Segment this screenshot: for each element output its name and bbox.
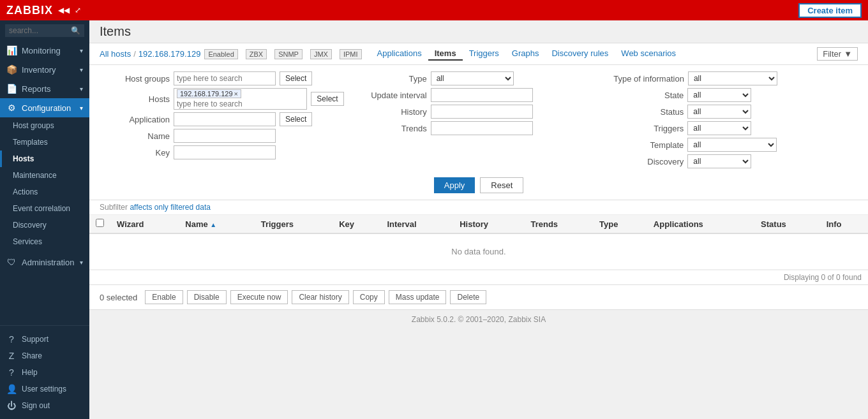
- tab-web-scenarios[interactable]: Web scenarios: [615, 47, 682, 61]
- hosts-select-button[interactable]: Select: [311, 92, 343, 106]
- sidebar-item-services[interactable]: Services: [0, 233, 89, 250]
- sidebar-item-administration[interactable]: 🛡 Administration ▾: [0, 253, 89, 272]
- hosts-input[interactable]: 192.168.179.129 ×: [174, 88, 307, 110]
- search-box: 🔍: [0, 20, 89, 41]
- key-input[interactable]: [174, 145, 276, 159]
- sidebar-user-settings[interactable]: 👤 User settings: [0, 381, 89, 397]
- sidebar-sign-out[interactable]: ⏻ Sign out: [0, 397, 89, 414]
- sidebar-support[interactable]: ? Support: [0, 331, 89, 348]
- tab-graphs[interactable]: Graphs: [505, 47, 546, 61]
- sidebar-item-configuration[interactable]: ⚙ Configuration ▾: [0, 98, 89, 117]
- hosts-filter-label: Hosts: [100, 94, 170, 104]
- col-wizard: Wizard: [110, 215, 179, 233]
- type-of-info-select[interactable]: all: [688, 71, 777, 85]
- update-interval-label: Update interval: [357, 91, 427, 100]
- collapse-icon[interactable]: ◀◀: [58, 6, 70, 15]
- col-applications: Applications: [647, 215, 754, 233]
- template-filter-label: Template: [613, 140, 684, 150]
- sidebar-item-reports-label: Reports: [22, 84, 51, 94]
- breadcrumb-sep: /: [133, 49, 136, 59]
- enable-button[interactable]: Enable: [145, 290, 183, 304]
- status-select[interactable]: all: [687, 105, 751, 119]
- copy-button[interactable]: Copy: [353, 290, 385, 304]
- sidebar-item-monitoring-label: Monitoring: [22, 46, 61, 55]
- update-interval-input[interactable]: [431, 88, 533, 102]
- subfilter-link[interactable]: affects only filtered data: [130, 203, 211, 212]
- sidebar-item-inventory[interactable]: 📦 Inventory ▾: [0, 60, 89, 79]
- host-groups-search[interactable]: [177, 74, 273, 83]
- page-title: Items: [100, 24, 131, 39]
- tab-items[interactable]: Items: [428, 47, 463, 61]
- name-input[interactable]: [174, 129, 276, 143]
- selected-count: 0 selected: [100, 293, 137, 302]
- page-content: Items All hosts / 192.168.179.129 Enable…: [89, 20, 868, 419]
- breadcrumb-host[interactable]: 192.168.179.129: [138, 49, 201, 59]
- state-select[interactable]: all: [687, 88, 751, 102]
- discovery-select[interactable]: all: [687, 154, 751, 168]
- delete-button[interactable]: Delete: [450, 290, 486, 304]
- col-name[interactable]: Name ▲: [179, 215, 254, 233]
- nav-section: 📊 Monitoring ▾ 📦 Inventory ▾ 📄 Reports ▾…: [0, 41, 89, 325]
- tab-triggers[interactable]: Triggers: [463, 47, 505, 61]
- execute-now-button[interactable]: Execute now: [230, 290, 288, 304]
- col-triggers: Triggers: [255, 215, 333, 233]
- hosts-search[interactable]: [177, 99, 273, 108]
- support-label: Support: [22, 335, 49, 344]
- sidebar-item-monitoring[interactable]: 📊 Monitoring ▾: [0, 41, 89, 60]
- subfilter-label: Subfilter: [100, 203, 128, 212]
- breadcrumb-all-hosts[interactable]: All hosts: [100, 49, 131, 59]
- top-bar: ZABBIX ◀◀ ⤢ Create item: [0, 0, 868, 20]
- host-tag: 192.168.179.129 ×: [177, 89, 241, 98]
- sidebar-item-event-correlation[interactable]: Event correlation: [0, 200, 89, 217]
- disable-button[interactable]: Disable: [187, 290, 227, 304]
- mass-update-button[interactable]: Mass update: [389, 290, 447, 304]
- templates-label: Templates: [13, 138, 48, 147]
- create-item-button[interactable]: Create item: [798, 3, 862, 18]
- sidebar-help[interactable]: ? Help: [0, 364, 89, 381]
- sidebar-item-actions[interactable]: Actions: [0, 184, 89, 200]
- share-icon: Z: [6, 351, 17, 361]
- trends-input[interactable]: [431, 121, 533, 135]
- user-settings-label: User settings: [22, 385, 66, 393]
- filter-row-template: Template all: [613, 138, 858, 152]
- tab-applications[interactable]: Applications: [371, 47, 428, 61]
- col-info: Info: [820, 215, 868, 233]
- history-input[interactable]: [431, 105, 533, 119]
- host-groups-select-button[interactable]: Select: [280, 71, 312, 85]
- zabbix-logo[interactable]: ZABBIX: [6, 4, 53, 17]
- host-groups-input[interactable]: [174, 71, 276, 85]
- sidebar-item-host-groups[interactable]: Host groups: [0, 117, 89, 134]
- sidebar-item-maintenance[interactable]: Maintenance: [0, 167, 89, 184]
- sidebar-item-hosts[interactable]: Hosts: [0, 151, 89, 167]
- enabled-badge: Enabled: [204, 49, 237, 59]
- template-select[interactable]: all: [687, 138, 777, 152]
- jmx-badge: JMX: [310, 49, 332, 59]
- sidebar-item-reports[interactable]: 📄 Reports ▾: [0, 79, 89, 98]
- resize-icon[interactable]: ⤢: [75, 6, 81, 15]
- support-icon: ?: [6, 334, 17, 344]
- sidebar-item-discovery[interactable]: Discovery: [0, 217, 89, 233]
- filter-button[interactable]: Filter ▼: [817, 47, 858, 61]
- select-all-checkbox[interactable]: [96, 219, 104, 227]
- inventory-icon: 📦: [6, 64, 17, 75]
- host-tag-remove[interactable]: ×: [234, 90, 238, 98]
- tab-discovery-rules[interactable]: Discovery rules: [545, 47, 615, 61]
- application-input[interactable]: [174, 112, 276, 126]
- reset-button[interactable]: Reset: [480, 177, 523, 193]
- application-select-button[interactable]: Select: [280, 112, 312, 126]
- col-type: Type: [593, 215, 647, 233]
- sidebar-share[interactable]: Z Share: [0, 348, 89, 364]
- administration-arrow: ▾: [80, 259, 83, 266]
- clear-history-button[interactable]: Clear history: [292, 290, 348, 304]
- sidebar-item-templates[interactable]: Templates: [0, 134, 89, 151]
- apply-button[interactable]: Apply: [434, 177, 475, 193]
- administration-icon: 🛡: [6, 257, 17, 267]
- displaying-text: Displaying 0 of 0 found: [784, 273, 862, 282]
- triggers-select[interactable]: all: [687, 121, 751, 135]
- discovery-filter-label: Discovery: [613, 157, 684, 166]
- tabs: Applications Items Triggers Graphs Disco…: [371, 47, 683, 61]
- type-select[interactable]: all Zabbix agent: [431, 71, 514, 85]
- col-status: Status: [754, 215, 820, 233]
- reports-arrow: ▾: [80, 85, 83, 92]
- filter-row-history: History: [357, 105, 601, 119]
